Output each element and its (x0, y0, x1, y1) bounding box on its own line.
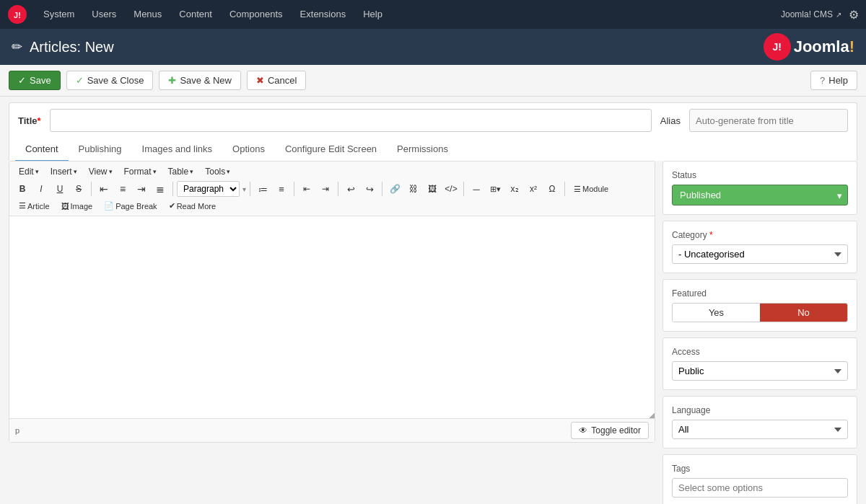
editor-content-area[interactable] (9, 216, 655, 418)
language-select[interactable]: All (672, 420, 848, 439)
insert-page-break-button[interactable]: 📄 Page Break (99, 199, 162, 213)
title-alias-row: Title* Alias (9, 102, 857, 138)
underline-button[interactable]: U (51, 180, 69, 198)
tags-section: Tags (662, 454, 857, 504)
unlink-button[interactable]: ⛓ (405, 180, 422, 198)
editor-menu-view[interactable]: View ▾ (84, 164, 118, 179)
undo-button[interactable]: ↩ (342, 180, 359, 198)
joomla-logo-icon: J! (764, 33, 791, 61)
cancel-button[interactable]: ✖ Cancel (247, 71, 306, 90)
sep-4 (294, 182, 294, 196)
toggle-editor-button[interactable]: 👁 Toggle editor (571, 422, 649, 439)
save-close-icon: ✓ (76, 75, 84, 86)
editor-menu-table[interactable]: Table ▾ (163, 164, 199, 179)
access-select[interactable]: Public Guest Registered Special Super Us… (672, 361, 848, 381)
align-left-button[interactable]: ⇤ (95, 180, 113, 198)
subscript-button[interactable]: x₂ (506, 180, 523, 198)
tab-options[interactable]: Options (222, 138, 275, 162)
editor-menu-tools[interactable]: Tools ▾ (200, 164, 235, 179)
table-menu-caret: ▾ (190, 168, 193, 175)
nav-system[interactable]: System (36, 0, 82, 29)
insert-menu-caret: ▾ (74, 168, 77, 175)
nav-content[interactable]: Content (172, 0, 219, 29)
insert-image-content-button[interactable]: 🖼 Image (56, 200, 98, 213)
image-insert-icon: 🖼 (61, 202, 69, 211)
redo-button[interactable]: ↪ (361, 180, 378, 198)
insert-table-button[interactable]: ⊞▾ (486, 180, 504, 198)
featured-no-button[interactable]: No (760, 304, 847, 322)
status-select[interactable]: Published Unpublished Archived Trashed (672, 185, 848, 205)
nav-menus[interactable]: Menus (126, 0, 169, 29)
sep-1 (91, 182, 92, 196)
page-title-bar: ✏ Articles: New J! Joomla! (0, 29, 866, 65)
editor-menu-bar: Edit ▾ Insert ▾ View ▾ Format ▾ (9, 162, 655, 216)
editor-menu-edit[interactable]: Edit ▾ (14, 164, 44, 179)
title-input[interactable] (50, 109, 652, 132)
category-select[interactable]: - Uncategorised (672, 244, 848, 264)
superscript-button[interactable]: x² (525, 180, 542, 198)
settings-icon[interactable]: ⚙ (849, 8, 859, 22)
tab-publishing[interactable]: Publishing (69, 138, 132, 162)
edit-pencil-icon: ✏ (12, 39, 22, 55)
align-center-button[interactable]: ≡ (114, 180, 131, 198)
save-close-button[interactable]: ✓ Save & Close (66, 71, 154, 90)
featured-label: Featured (672, 288, 848, 299)
sep-8 (564, 182, 565, 196)
editor-menu-insert[interactable]: Insert ▾ (45, 164, 82, 179)
resize-handle[interactable] (647, 411, 655, 418)
ordered-list-button[interactable]: ≡ (273, 180, 290, 198)
tags-input[interactable] (672, 478, 848, 498)
code-button[interactable]: </> (442, 180, 460, 198)
nav-help[interactable]: Help (356, 0, 390, 29)
editor-menu-row: Edit ▾ Insert ▾ View ▾ Format ▾ (14, 164, 650, 179)
italic-button[interactable]: I (32, 180, 50, 198)
strikethrough-button[interactable]: S (70, 180, 87, 198)
cancel-icon: ✖ (256, 75, 264, 86)
editor-insert-row: ☰ Article 🖼 Image 📄 Page Break ✔ Read Mo… (14, 199, 650, 213)
editor-menu-format[interactable]: Format ▾ (119, 164, 162, 179)
tab-configure-edit[interactable]: Configure Edit Screen (275, 138, 387, 162)
insert-article-button[interactable]: ☰ Article (14, 199, 55, 213)
help-button[interactable]: ? Help (810, 71, 857, 90)
special-chars-button[interactable]: Ω (543, 180, 561, 198)
save-button[interactable]: ✓ Save (9, 71, 61, 90)
svg-text:J!: J! (14, 11, 21, 19)
featured-yes-button[interactable]: Yes (673, 304, 760, 322)
view-menu-caret: ▾ (109, 168, 113, 175)
save-new-button[interactable]: ✚ Save & New (159, 71, 241, 90)
alias-input[interactable] (689, 109, 848, 132)
nav-components[interactable]: Components (222, 0, 290, 29)
tab-content[interactable]: Content (15, 138, 69, 162)
unordered-list-button[interactable]: ≔ (254, 180, 271, 198)
main-wrapper: Title* Alias Content Publishing Images a… (0, 97, 866, 504)
nav-extensions[interactable]: Extensions (293, 0, 354, 29)
joomla-logo-exclamation: ! (849, 37, 854, 56)
insert-module-button[interactable]: ☰ Module (569, 182, 613, 196)
joomla-cms-link[interactable]: Joomla! CMS ↗ (781, 9, 841, 19)
nav-users[interactable]: Users (84, 0, 123, 29)
joomla-logo: J! Joomla! (764, 33, 854, 61)
indent-button[interactable]: ⇥ (317, 180, 334, 198)
paragraph-select[interactable]: Paragraph (177, 181, 240, 197)
editor-status-bar: p 👁 Toggle editor (9, 418, 655, 442)
joomla-brand-icon[interactable]: J! (7, 4, 27, 25)
insert-image-button[interactable]: 🖼 (424, 180, 441, 198)
bold-button[interactable]: B (14, 180, 31, 198)
toolbar: ✓ Save ✓ Save & Close ✚ Save & New ✖ Can… (0, 65, 866, 97)
insert-read-more-button[interactable]: ✔ Read More (164, 199, 221, 213)
joomla-logo-text: Joomla! (794, 37, 854, 56)
justify-button[interactable]: ≣ (152, 180, 169, 198)
category-section: Category * - Uncategorised (662, 221, 857, 273)
tab-images-links[interactable]: Images and links (132, 138, 223, 162)
outdent-button[interactable]: ⇤ (298, 180, 315, 198)
align-right-button[interactable]: ⇥ (133, 180, 150, 198)
link-button[interactable]: 🔗 (386, 180, 403, 198)
sep-7 (463, 182, 464, 196)
sep-6 (382, 182, 382, 196)
sep-5 (338, 182, 338, 196)
horizontal-rule-button[interactable]: ─ (468, 180, 485, 198)
top-navigation: J! System Users Menus Content Components… (0, 0, 866, 29)
featured-section: Featured Yes No (662, 279, 857, 332)
tab-permissions[interactable]: Permissions (387, 138, 458, 162)
language-label: Language (672, 405, 848, 415)
